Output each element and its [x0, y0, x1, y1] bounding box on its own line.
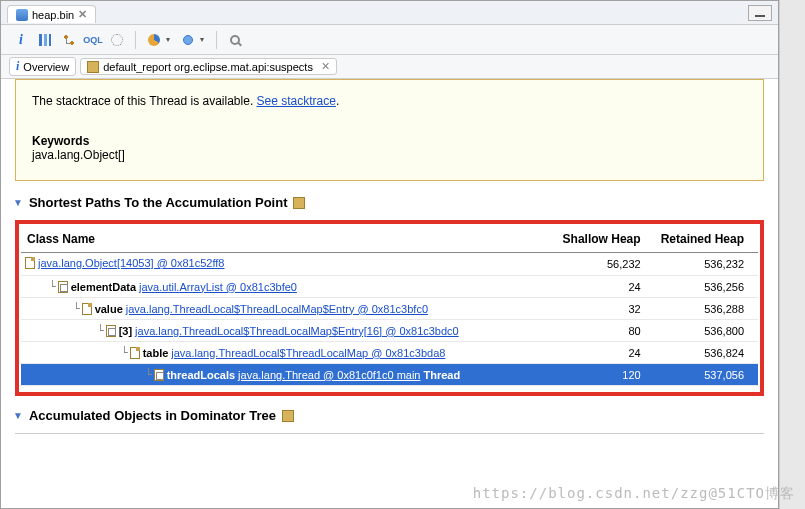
oql-button[interactable]: OQL	[81, 29, 105, 51]
shallow-heap-cell: 24	[555, 342, 655, 364]
watermark: https://blog.csdn.net/zzg@51CTO博客	[473, 485, 795, 503]
tree-line: └	[121, 346, 127, 359]
chart-button[interactable]	[142, 29, 166, 51]
right-gutter	[779, 0, 805, 509]
suffix-text: Thread	[423, 369, 460, 381]
table-row[interactable]: └value java.lang.ThreadLocal$ThreadLocal…	[21, 298, 758, 320]
database-icon	[16, 9, 28, 21]
section-title: Shortest Paths To the Accumulation Point	[29, 195, 288, 210]
retained-heap-cell: 536,256	[655, 276, 758, 298]
table-row[interactable]: └[3] java.lang.ThreadLocal$ThreadLocalMa…	[21, 320, 758, 342]
object-icon	[106, 325, 116, 337]
object-link[interactable]: java.lang.ThreadLocal$ThreadLocalMap @ 0…	[171, 347, 445, 359]
shallow-heap-cell: 80	[555, 320, 655, 342]
tree-line: └	[49, 280, 55, 293]
db-small-icon	[183, 35, 193, 45]
col-retained[interactable]: Retained Heap	[655, 228, 758, 253]
table-row[interactable]: java.lang.Object[14053] @ 0x81c52ff856,2…	[21, 253, 758, 276]
chevron-down-icon[interactable]: ▾	[164, 35, 172, 44]
chevron-down-icon[interactable]: ▾	[198, 35, 206, 44]
table-icon	[282, 410, 294, 422]
object-link[interactable]: java.lang.ThreadLocal$ThreadLocalMap$Ent…	[135, 325, 459, 337]
table-row[interactable]: └elementData java.util.ArrayList @ 0x81c…	[21, 276, 758, 298]
suspect-card: The stacktrace of this Thread is availab…	[15, 79, 764, 181]
retained-heap-cell: 536,800	[655, 320, 758, 342]
paths-table-highlight: Class Name Shallow Heap Retained Heap ja…	[15, 220, 764, 396]
see-stacktrace-link[interactable]: See stacktrace	[257, 94, 336, 108]
keywords-value: java.lang.Object[]	[32, 148, 747, 162]
info-icon: i	[16, 59, 19, 74]
stacktrace-line: The stacktrace of this Thread is availab…	[32, 94, 747, 108]
subtab-label: Overview	[23, 61, 69, 73]
content-area: The stacktrace of this Thread is availab…	[1, 79, 778, 509]
editor-tab-heap[interactable]: heap.bin ✕	[7, 5, 96, 23]
retained-heap-cell: 537,056	[655, 364, 758, 386]
shallow-heap-cell: 24	[555, 276, 655, 298]
gear-button[interactable]	[105, 29, 129, 51]
retained-heap-cell: 536,288	[655, 298, 758, 320]
tree-icon	[63, 34, 75, 46]
object-icon	[82, 303, 92, 315]
report-icon	[87, 61, 99, 73]
object-link[interactable]: java.util.ArrayList @ 0x81c3bfe0	[139, 281, 297, 293]
tree-line: └	[73, 302, 79, 315]
collapse-icon[interactable]: ▼	[13, 410, 23, 421]
table-icon	[293, 197, 305, 209]
minimize-button[interactable]	[748, 5, 772, 21]
object-link[interactable]: java.lang.ThreadLocal$ThreadLocalMap$Ent…	[126, 303, 428, 315]
section-accumulated[interactable]: ▼ Accumulated Objects in Dominator Tree	[13, 408, 764, 423]
close-icon[interactable]: ✕	[321, 60, 330, 73]
shallow-heap-cell: 56,232	[555, 253, 655, 276]
col-shallow[interactable]: Shallow Heap	[555, 228, 655, 253]
tab-overview[interactable]: i Overview	[9, 57, 76, 76]
table-row[interactable]: └threadLocals java.lang.Thread @ 0x81c0f…	[21, 364, 758, 386]
retained-heap-cell: 536,232	[655, 253, 758, 276]
object-icon	[25, 257, 35, 269]
shallow-heap-cell: 32	[555, 298, 655, 320]
query-button[interactable]	[176, 29, 200, 51]
field-name: value	[95, 303, 123, 315]
retained-heap-cell: 536,824	[655, 342, 758, 364]
toolbar-separator	[216, 31, 217, 49]
object-link[interactable]: java.lang.Object[14053] @ 0x81c52ff8	[38, 257, 224, 269]
col-classname[interactable]: Class Name	[21, 228, 555, 253]
toolbar-separator	[135, 31, 136, 49]
tab-label: heap.bin	[32, 9, 74, 21]
field-name: [3]	[119, 325, 132, 337]
search-button[interactable]	[223, 29, 247, 51]
dominator-button[interactable]	[57, 29, 81, 51]
field-name: table	[143, 347, 169, 359]
tree-line: └	[145, 368, 151, 381]
section-title: Accumulated Objects in Dominator Tree	[29, 408, 276, 423]
paths-table: Class Name Shallow Heap Retained Heap ja…	[21, 228, 758, 386]
sql-icon: OQL	[83, 35, 103, 45]
toolbar: i OQL ▾ ▾	[1, 25, 778, 55]
tree-line: └	[97, 324, 103, 337]
object-icon	[130, 347, 140, 359]
object-link[interactable]: java.lang.Thread @ 0x81c0f1c0 main	[238, 369, 420, 381]
search-icon	[230, 35, 240, 45]
info-button[interactable]: i	[9, 29, 33, 51]
tab-default-report[interactable]: default_report org.eclipse.mat.api:suspe…	[80, 58, 337, 75]
sub-tabbar: i Overview default_report org.eclipse.ma…	[1, 55, 778, 79]
next-table-top	[15, 433, 764, 441]
histogram-button[interactable]	[33, 29, 57, 51]
field-name: threadLocals	[167, 369, 235, 381]
bar-chart-icon	[39, 34, 51, 46]
keywords-heading: Keywords	[32, 134, 747, 148]
subtab-label: default_report org.eclipse.mat.api:suspe…	[103, 61, 313, 73]
object-icon	[154, 369, 164, 381]
section-shortest-paths[interactable]: ▼ Shortest Paths To the Accumulation Poi…	[13, 195, 764, 210]
field-name: elementData	[71, 281, 136, 293]
editor-tabbar: heap.bin ✕	[1, 1, 778, 25]
table-row[interactable]: └table java.lang.ThreadLocal$ThreadLocal…	[21, 342, 758, 364]
shallow-heap-cell: 120	[555, 364, 655, 386]
collapse-icon[interactable]: ▼	[13, 197, 23, 208]
gear-icon	[111, 34, 123, 46]
object-icon	[58, 281, 68, 293]
info-icon: i	[19, 32, 23, 48]
pie-icon	[148, 34, 160, 46]
close-icon[interactable]: ✕	[78, 8, 87, 21]
